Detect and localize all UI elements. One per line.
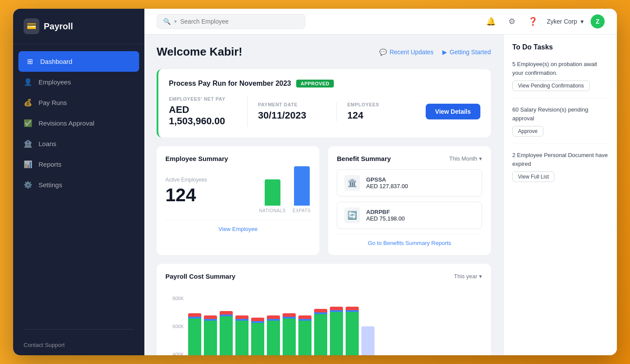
active-label: Active Employees	[165, 177, 251, 183]
header-icons: 🔔 ⚙ ❓ Zyker Corp ▾ Z	[484, 14, 605, 28]
search-dropdown-chevron[interactable]: ▾	[174, 18, 177, 24]
payroll-cost-card: Payroll Cost Summary This year ▾ 800K 60…	[157, 264, 491, 355]
view-details-button[interactable]: View Details	[426, 104, 480, 119]
payroll-cost-title: Payroll Cost Summary	[165, 273, 235, 280]
nationals-bar-group: NATIONALS	[259, 179, 286, 213]
sidebar-logo: 💳 Payroll	[13, 9, 144, 44]
recent-updates-icon: 💬	[379, 49, 387, 56]
sidebar-item-employees[interactable]: 👤 Employees	[13, 72, 144, 92]
recent-updates-link[interactable]: 💬 Recent Updates	[379, 49, 433, 56]
bar-nov	[346, 307, 359, 355]
pay-run-header: Process Pay Run for November 2023 APPROV…	[169, 80, 480, 88]
view-pending-confirmations-button[interactable]: View Pending Confirmations	[512, 80, 590, 91]
go-reports-link[interactable]: Go to Benefits Summary Reports	[337, 234, 482, 246]
expats-bar	[294, 166, 310, 206]
net-pay-stat: EMPLOYEES' NET PAY AED 1,503,960.00	[169, 96, 248, 127]
sidebar-item-reports[interactable]: 📊 Reports	[13, 154, 144, 175]
payment-date-value: 30/11/2023	[258, 110, 326, 121]
search-input[interactable]	[180, 18, 299, 25]
period-label: This Month	[449, 155, 477, 162]
sidebar-item-label: Dashboard	[40, 58, 72, 65]
bar-mar	[220, 311, 233, 355]
bar-jan	[188, 313, 201, 355]
todo-sidebar: To Do Tasks 5 Employee(s) on probation a…	[503, 35, 617, 355]
notifications-button[interactable]: 🔔	[484, 14, 498, 28]
payroll-chart: 800K 600K 400K	[165, 287, 482, 355]
bar-jul	[283, 313, 296, 355]
company-selector[interactable]: Zyker Corp ▾	[547, 18, 584, 25]
payroll-period-chevron-icon: ▾	[479, 273, 482, 280]
approve-button[interactable]: Approve	[512, 126, 543, 136]
sidebar-item-dashboard[interactable]: ⊞ Dashboard	[18, 51, 139, 72]
payroll-icon: 💳	[24, 18, 39, 34]
todo-item-documents: 2 Employee Personal Document have expire…	[512, 151, 608, 189]
header: 🔍 ▾ 🔔 ⚙ ❓ Zyker Corp ▾ Z	[144, 9, 617, 35]
benefit-item-adrpbf: 🔄 ADRPBF AED 75,198.00	[337, 202, 482, 229]
expats-label: EXPATS	[293, 208, 311, 213]
payroll-period-selector[interactable]: This year ▾	[454, 273, 482, 280]
summary-grid: Employee Summary Active Employees 124	[157, 146, 491, 255]
employees-value: 124	[347, 110, 415, 121]
sidebar-item-label: Loans	[38, 140, 56, 147]
sidebar-item-pay-runs[interactable]: 💰 Pay Runs	[13, 92, 144, 113]
expats-bar-group: EXPATS	[293, 166, 311, 213]
nationals-bar	[265, 179, 280, 206]
benefit-item-gpssa: 🏛️ GPSSA AED 127,837.00	[337, 169, 482, 196]
period-selector[interactable]: This Month ▾	[449, 155, 482, 162]
gpssa-logo: 🏛️	[344, 175, 360, 191]
bar-jun	[267, 315, 280, 355]
header-links: 💬 Recent Updates ▶ Getting Started	[379, 49, 491, 56]
getting-started-link[interactable]: ▶ Getting Started	[442, 49, 491, 56]
employees-stat: EMPLOYEES 124	[337, 102, 426, 121]
view-employee-link[interactable]: View Employee	[165, 220, 311, 232]
employee-chart: NATIONALS EXPATS	[259, 169, 311, 213]
loans-icon: 🏦	[24, 140, 32, 148]
net-pay-label: EMPLOYEES' NET PAY	[169, 96, 237, 102]
gpssa-name: GPSSA	[366, 176, 408, 183]
todo-item-salary-revision: 60 Salary Revision(s) pending approval A…	[512, 105, 608, 144]
contact-support-link[interactable]: Contact Support	[13, 335, 144, 355]
adrpbf-logo: 🔄	[344, 207, 360, 223]
y-label-600k: 600K	[169, 324, 184, 329]
todo-title: To Do Tasks	[512, 43, 608, 51]
bar-feb	[204, 315, 217, 355]
pay-run-title: Process Pay Run for November 2023	[169, 80, 291, 88]
y-label-800k: 800K	[169, 296, 184, 301]
help-button[interactable]: ❓	[526, 14, 540, 28]
nationals-label: NATIONALS	[259, 208, 286, 213]
sidebar-item-loans[interactable]: 🏦 Loans	[13, 133, 144, 154]
getting-started-label: Getting Started	[450, 49, 491, 56]
todo-probation-text: 5 Employee(s) on probation await your co…	[512, 60, 608, 77]
employees-label: EMPLOYEES	[347, 102, 415, 107]
todo-documents-text: 2 Employee Personal Document have expire…	[512, 151, 608, 168]
net-pay-value: AED 1,503,960.00	[169, 104, 237, 127]
benefit-summary-header: Benefit Summary This Month ▾	[337, 155, 482, 162]
adrpbf-amount: AED 75,198.00	[366, 215, 405, 222]
page-title: Welcome Kabir!	[157, 45, 242, 59]
user-avatar[interactable]: Z	[591, 14, 605, 28]
bar-may	[251, 318, 264, 355]
settings-button[interactable]: ⚙	[505, 14, 519, 28]
todo-salary-text: 60 Salary Revision(s) pending approval	[512, 105, 608, 122]
main-content: 🔍 ▾ 🔔 ⚙ ❓ Zyker Corp ▾ Z	[144, 9, 617, 355]
search-bar[interactable]: 🔍 ▾	[157, 14, 305, 29]
benefit-summary-card: Benefit Summary This Month ▾ 🏛️	[328, 146, 491, 255]
adrpbf-name: ADRPBF	[366, 209, 405, 215]
payment-date-label: PAYMENT DATE	[258, 102, 326, 107]
sidebar-item-label: Pay Runs	[38, 99, 67, 106]
view-full-list-button[interactable]: View Full List	[512, 172, 554, 182]
sidebar-item-label: Settings	[38, 181, 62, 189]
sidebar-item-settings[interactable]: ⚙️ Settings	[13, 175, 144, 195]
benefit-info-gpssa: GPSSA AED 127,837.00	[366, 176, 408, 189]
sidebar-item-label: Reports	[38, 161, 62, 168]
todo-item-probation: 5 Employee(s) on probation await your co…	[512, 60, 608, 98]
pay-runs-icon: 💰	[24, 98, 32, 107]
bar-aug	[298, 315, 312, 355]
sidebar-item-revisions-approval[interactable]: ✅ Revisions Approval	[13, 113, 144, 133]
benefit-info-adrpbf: ADRPBF AED 75,198.00	[366, 209, 405, 222]
payroll-chart-container: 800K 600K 400K	[165, 287, 482, 355]
bar-oct	[330, 307, 343, 355]
page-header: Welcome Kabir! 💬 Recent Updates ▶ Gettin…	[157, 45, 491, 59]
recent-updates-label: Recent Updates	[389, 49, 433, 56]
payment-date-stat: PAYMENT DATE 30/11/2023	[248, 102, 337, 121]
